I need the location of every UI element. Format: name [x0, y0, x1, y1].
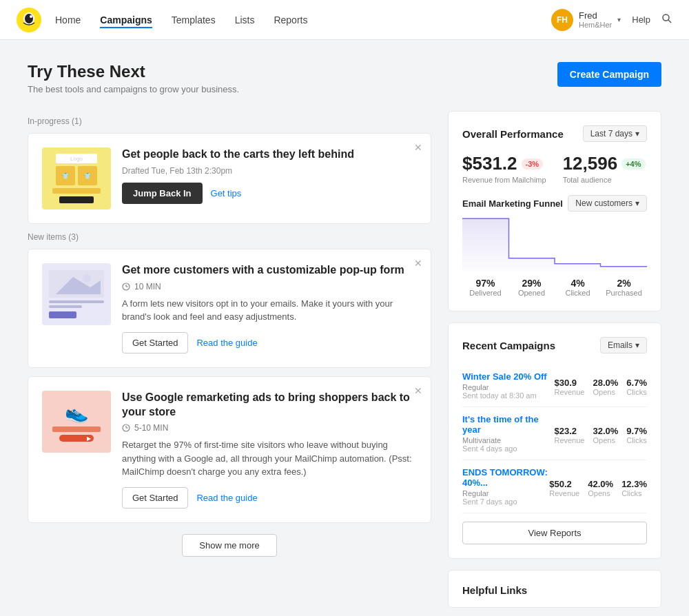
new-items-label: New items (3)	[28, 232, 431, 242]
funnel-segment-label: New customers	[575, 198, 633, 208]
help-link[interactable]: Help	[632, 14, 650, 25]
user-menu[interactable]: FH Fred Hem&Her ▾	[551, 9, 621, 31]
close-icon[interactable]: ✕	[414, 385, 422, 396]
campaign-row-1-inner: Winter Sale 20% Off Regular Sent today a…	[462, 371, 647, 400]
campaigns-type-dropdown[interactable]: Emails ▾	[600, 337, 647, 353]
revenue-value: $531.2	[462, 153, 517, 174]
clock-icon	[122, 283, 130, 291]
campaign-3-info: ENDS TOMORROW: 40%... Regular Sent 7 day…	[462, 467, 549, 506]
campaign-2-clicks: 9.7% Clicks	[626, 426, 647, 444]
campaign-row-2: It's the time of the year Multivariate S…	[462, 407, 647, 460]
funnel-delivered: 97% Delivered	[462, 278, 508, 297]
campaigns-chevron: ▾	[635, 340, 639, 350]
view-reports-button[interactable]: View Reports	[462, 522, 647, 544]
campaign-3-name[interactable]: ENDS TOMORROW: 40%...	[462, 467, 549, 488]
shoe-icon: 👟	[65, 401, 89, 424]
performance-timerange-dropdown[interactable]: Last 7 days ▾	[583, 125, 647, 142]
campaign-3-opens-value: 42.0%	[588, 479, 613, 489]
helpful-links-title: Helpful Links	[462, 584, 647, 596]
helpful-links-panel: Helpful Links	[448, 570, 661, 608]
cart-bar	[52, 188, 101, 194]
jump-back-in-button[interactable]: Jump Back In	[122, 183, 203, 204]
clicks-stat-label-3: Clicks	[621, 489, 647, 497]
get-started-popup-button[interactable]: Get Started	[122, 332, 188, 353]
opens-stat-label-2: Opens	[593, 436, 618, 444]
card-cart-image: Logo 👕 👕	[42, 147, 111, 209]
campaign-3-revenue-value: $50.2	[549, 479, 579, 489]
funnel-svg	[462, 217, 647, 272]
logo[interactable]	[17, 8, 41, 32]
show-more-button[interactable]: Show me more	[182, 534, 276, 557]
audience-value-row: 12,596 +4%	[563, 153, 646, 174]
search-icon[interactable]	[661, 13, 672, 27]
card-ads-meta: 5-10 MIN	[122, 423, 417, 433]
read-guide-popup-link[interactable]: Read the guide	[196, 338, 257, 348]
funnel-labels: 97% Delivered 29% Opened 4% Clicked 2% P…	[462, 278, 647, 297]
nav-links: Home Campaigns Templates Lists Reports	[55, 12, 551, 28]
cart-logo: Logo	[56, 154, 97, 163]
card-popup-actions: Get Started Read the guide	[122, 332, 417, 353]
performance-header: Overall Performance Last 7 days ▾	[462, 125, 647, 142]
campaign-3-type: Regular	[462, 489, 549, 497]
nav-campaigns[interactable]: Campaigns	[100, 12, 152, 28]
nav-templates[interactable]: Templates	[172, 12, 216, 28]
close-icon[interactable]: ✕	[414, 142, 422, 153]
opens-stat-label-3: Opens	[588, 489, 613, 497]
funnel-segment-dropdown[interactable]: New customers ▾	[568, 195, 647, 212]
campaign-1-date: Sent today at 8:30 am	[462, 391, 547, 400]
campaign-1-clicks: 6.7% Clicks	[626, 378, 647, 396]
user-info: Fred Hem&Her	[579, 10, 612, 29]
opens-stat-label: Opens	[593, 388, 618, 396]
cart-item-1: 👕	[56, 166, 75, 185]
get-started-ads-button[interactable]: Get Started	[122, 487, 188, 509]
campaign-3-opens: 42.0% Opens	[588, 479, 613, 497]
card-popup-title: Get more customers with a customizable p…	[122, 263, 417, 278]
nav-lists[interactable]: Lists	[235, 12, 255, 28]
campaign-2-name[interactable]: It's the time of the year	[462, 414, 554, 435]
card-popup-content: Get more customers with a customizable p…	[122, 263, 417, 353]
nav-reports[interactable]: Reports	[274, 12, 307, 28]
popup-lines	[49, 300, 104, 318]
revenue-stat-label-2: Revenue	[554, 436, 584, 444]
audience-value: 12,596	[563, 153, 618, 174]
funnel-opened: 29% Opened	[508, 278, 555, 297]
card-ads-content: Use Google remarketing ads to bring shop…	[122, 391, 417, 509]
clicked-pct: 4%	[555, 278, 601, 289]
purchased-pct: 2%	[601, 278, 647, 289]
user-company: Hem&Her	[579, 21, 612, 29]
card-ads-actions: Get Started Read the guide	[122, 487, 417, 509]
card-popup: ✕ Get more customers with a customizable	[28, 249, 431, 368]
cart-btn	[59, 196, 94, 203]
nav-home[interactable]: Home	[55, 12, 81, 28]
funnel-chart	[462, 217, 647, 272]
close-icon[interactable]: ✕	[414, 258, 422, 269]
card-cart-actions: Jump Back In Get tips	[122, 183, 417, 204]
line-2	[49, 305, 82, 308]
delivered-pct: 97%	[462, 278, 508, 289]
page-subtitle: The best tools and campaigns to grow you…	[28, 84, 239, 94]
in-progress-label: In-progress (1)	[28, 116, 431, 126]
get-tips-link[interactable]: Get tips	[211, 188, 242, 198]
ads-arrow: ▶	[59, 435, 94, 442]
campaign-2-revenue: $23.2 Revenue	[554, 426, 584, 444]
campaign-1-revenue: $30.9 Revenue	[554, 378, 584, 396]
main-content: Try These Next The best tools and campai…	[0, 40, 689, 616]
audience-label: Total audience	[563, 176, 646, 184]
card-cart-title: Get people back to the carts they left b…	[122, 147, 417, 162]
create-campaign-button[interactable]: Create Campaign	[557, 62, 661, 87]
page-layout: In-progress (1) ✕ Logo 👕 👕 Get people ba…	[28, 111, 661, 616]
svg-point-3	[30, 15, 32, 18]
navigation: Home Campaigns Templates Lists Reports F…	[0, 0, 689, 40]
dropdown-chevron: ▾	[635, 129, 639, 138]
campaign-row-1: Winter Sale 20% Off Regular Sent today a…	[462, 365, 647, 407]
campaign-2-clicks-value: 9.7%	[626, 426, 647, 436]
campaign-1-name[interactable]: Winter Sale 20% Off	[462, 371, 547, 382]
card-cart-subtitle: Drafted Tue, Feb 13th 2:30pm	[122, 166, 417, 176]
audience-badge: +4%	[621, 158, 645, 170]
card-cart: ✕ Logo 👕 👕 Get people back to the carts …	[28, 133, 431, 224]
read-guide-ads-link[interactable]: Read the guide	[196, 493, 257, 503]
popup-time: 10 MIN	[134, 282, 161, 291]
campaign-2-opens-value: 32.0%	[593, 426, 618, 436]
card-cart-content: Get people back to the carts they left b…	[122, 147, 417, 204]
card-popup-meta: 10 MIN	[122, 282, 417, 291]
